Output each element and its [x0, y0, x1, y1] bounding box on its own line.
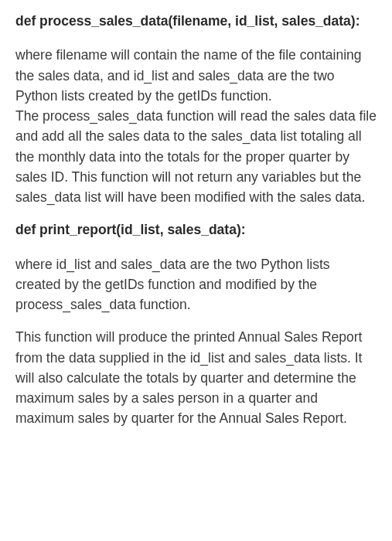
function-signature-2: def print_report(id_list, sales_data): [15, 219, 377, 240]
function-signature-1: def process_sales_data(filename, id_list… [15, 11, 377, 31]
paragraph-text: This function will produce the printed A… [15, 327, 377, 428]
paragraph-text: The process_sales_data function will rea… [15, 106, 377, 207]
paragraph-text: where id_list and sales_data are the two… [15, 254, 377, 315]
paragraph-text: where filename will contain the name of … [15, 45, 377, 106]
